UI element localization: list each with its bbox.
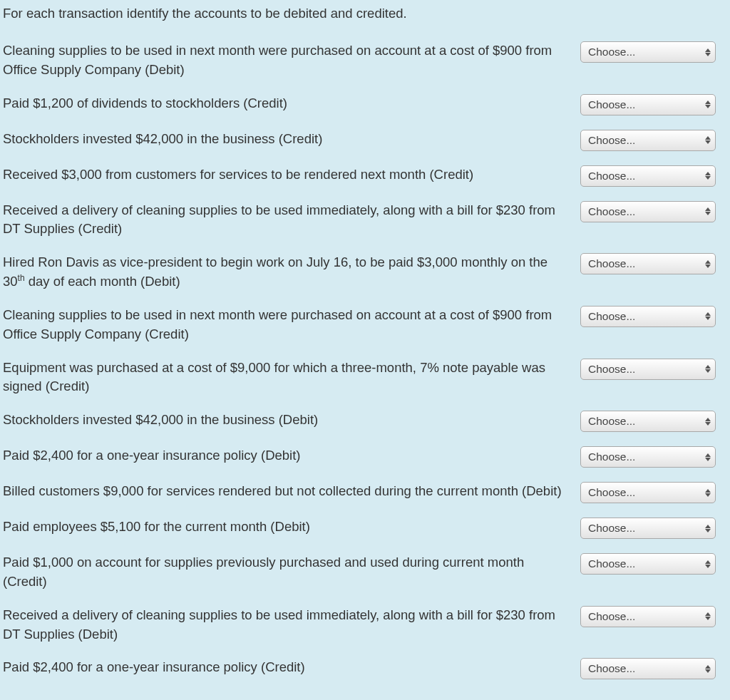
up-down-icon (705, 312, 711, 320)
svg-marker-8 (705, 207, 711, 211)
question-row: Stockholders invested $42,000 in the bus… (0, 403, 730, 439)
question-row: Paid $2,400 for a one-year insurance pol… (0, 439, 730, 475)
svg-marker-19 (705, 458, 711, 461)
answer-select[interactable]: Choose... (580, 411, 716, 432)
answer-select[interactable]: Choose... (580, 482, 716, 503)
answer-select[interactable]: Choose... (580, 518, 716, 539)
select-placeholder: Choose... (588, 98, 635, 111)
answer-select-wrap: Choose... (580, 253, 716, 274)
up-down-icon (705, 418, 711, 426)
answer-select[interactable]: Choose... (580, 94, 716, 115)
svg-marker-29 (705, 669, 711, 673)
select-placeholder: Choose... (588, 134, 635, 147)
svg-marker-18 (705, 453, 711, 457)
up-down-icon (705, 365, 711, 373)
svg-marker-7 (705, 176, 711, 180)
svg-marker-2 (705, 101, 711, 104)
answer-select[interactable]: Choose... (580, 553, 716, 575)
question-row: Received $3,000 from customers for servi… (0, 158, 730, 194)
question-prompt: Paid $2,400 for a one-year insurance pol… (3, 658, 580, 677)
up-down-icon (705, 453, 711, 461)
select-placeholder: Choose... (588, 170, 635, 182)
question-row: Cleaning supplies to be used in next mon… (0, 299, 730, 351)
svg-marker-22 (705, 525, 711, 528)
up-down-icon (705, 260, 711, 268)
up-down-icon (705, 525, 711, 532)
up-down-icon (705, 665, 711, 673)
question-prompt: Received a delivery of cleaning supplies… (3, 201, 580, 240)
answer-select[interactable]: Choose... (580, 359, 716, 380)
answer-select-wrap: Choose... (580, 165, 716, 187)
up-down-icon (705, 172, 711, 180)
answer-select[interactable]: Choose... (580, 41, 716, 63)
select-placeholder: Choose... (588, 486, 635, 499)
question-row: Hired Ron Davis as vice-president to beg… (0, 246, 730, 299)
svg-marker-11 (705, 264, 711, 268)
question-row: Received a delivery of cleaning supplies… (0, 599, 730, 652)
select-placeholder: Choose... (588, 257, 635, 270)
answer-select-wrap: Choose... (580, 41, 716, 63)
question-prompt: Cleaning supplies to be used in next mon… (3, 306, 580, 344)
question-prompt: Stockholders invested $42,000 in the bus… (3, 130, 580, 149)
question-prompt: Paid employees $5,100 for the current mo… (3, 518, 580, 537)
question-prompt: Hired Ron Davis as vice-president to beg… (3, 253, 580, 292)
answer-select[interactable]: Choose... (580, 201, 716, 222)
svg-marker-0 (705, 48, 711, 52)
question-prompt: Paid $1,200 of dividends to stockholders… (3, 94, 580, 113)
answer-select[interactable]: Choose... (580, 606, 716, 627)
answer-select-wrap: Choose... (580, 482, 716, 503)
select-placeholder: Choose... (588, 310, 635, 323)
question-row: Cleaning supplies to be used in next mon… (0, 34, 730, 87)
select-placeholder: Choose... (588, 363, 635, 376)
select-placeholder: Choose... (588, 46, 635, 58)
question-prompt: Equipment was purchased at a cost of $9,… (3, 359, 580, 397)
answer-select[interactable]: Choose... (580, 306, 716, 327)
up-down-icon (705, 48, 711, 56)
up-down-icon (705, 207, 711, 215)
question-prompt: Received $3,000 from customers for servi… (3, 165, 580, 185)
answer-select[interactable]: Choose... (580, 658, 716, 679)
svg-marker-25 (705, 565, 711, 568)
up-down-icon (705, 489, 711, 497)
answer-select[interactable]: Choose... (580, 130, 716, 151)
question-row: Paid $2,400 for a one-year insurance pol… (0, 651, 730, 686)
select-placeholder: Choose... (588, 205, 635, 218)
svg-marker-23 (705, 529, 711, 532)
select-placeholder: Choose... (588, 557, 635, 570)
answer-select[interactable]: Choose... (580, 446, 716, 468)
instruction-text: For each transaction identify the accoun… (0, 0, 730, 34)
select-placeholder: Choose... (588, 451, 635, 463)
question-prompt: Stockholders invested $42,000 in the bus… (3, 411, 580, 430)
select-placeholder: Choose... (588, 610, 635, 623)
up-down-icon (705, 101, 711, 108)
svg-marker-27 (705, 617, 711, 620)
question-prompt: Billed customers $9,000 for services ren… (3, 482, 580, 501)
answer-select-wrap: Choose... (580, 201, 716, 222)
question-prompt: Paid $2,400 for a one-year insurance pol… (3, 446, 580, 465)
question-prompt: Cleaning supplies to be used in next mon… (3, 41, 580, 80)
select-placeholder: Choose... (588, 415, 635, 428)
svg-marker-20 (705, 489, 711, 493)
svg-marker-28 (705, 665, 711, 669)
question-row: Paid employees $5,100 for the current mo… (0, 510, 730, 546)
question-row: Paid $1,000 on account for supplies prev… (0, 546, 730, 599)
svg-marker-1 (705, 53, 711, 56)
question-row: Billed customers $9,000 for services ren… (0, 475, 730, 510)
up-down-icon (705, 612, 711, 620)
svg-marker-14 (705, 365, 711, 369)
svg-marker-5 (705, 140, 711, 144)
svg-marker-21 (705, 493, 711, 497)
question-prompt: Paid $1,000 on account for supplies prev… (3, 553, 580, 592)
question-prompt: Received a delivery of cleaning supplies… (3, 606, 580, 644)
answer-select[interactable]: Choose... (580, 165, 716, 187)
svg-marker-9 (705, 212, 711, 215)
svg-marker-24 (705, 560, 711, 564)
answer-select-wrap: Choose... (580, 130, 716, 151)
answer-select[interactable]: Choose... (580, 253, 716, 274)
svg-marker-16 (705, 418, 711, 421)
svg-marker-26 (705, 612, 711, 616)
answer-select-wrap: Choose... (580, 411, 716, 432)
answer-select-wrap: Choose... (580, 306, 716, 327)
answer-select-wrap: Choose... (580, 94, 716, 115)
svg-marker-13 (705, 316, 711, 320)
